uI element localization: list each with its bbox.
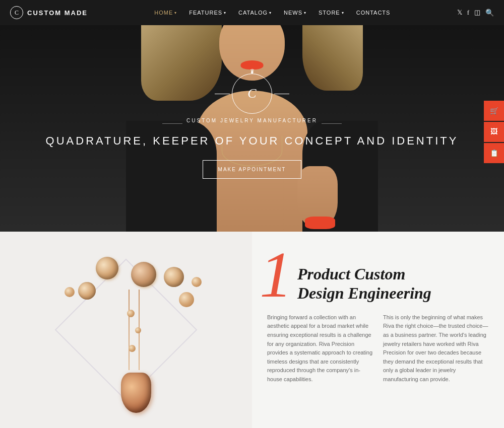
emblem-crown-icon: ♛	[250, 68, 255, 74]
instagram-icon[interactable]: ◫	[474, 9, 480, 17]
nav-menu: HOME ▾ FEATURES ▾ CATALOG ▾ NEWS ▾ STORE…	[149, 7, 395, 19]
hero-title: QUADRATURE, KEEPER OF YOUR CONCEPT AND I…	[46, 134, 459, 148]
gem-medium-left	[78, 282, 96, 300]
brand-logo[interactable]: C CUSTOM MADE	[10, 6, 88, 19]
lower-section: 1 Product Custom Design Engineering Brin…	[0, 232, 504, 428]
chevron-down-icon: ▾	[224, 11, 226, 15]
chevron-down-icon: ▾	[342, 11, 344, 15]
twitter-icon[interactable]: 𝕏	[457, 9, 462, 17]
pendant-gem	[121, 373, 151, 413]
social-links: 𝕏 f ◫ 🔍	[457, 9, 494, 17]
hero-subtitle: CUSTOM JEWELRY MANUFACTURER	[186, 118, 318, 123]
make-appointment-button[interactable]: MAKE APPOINTMENT	[203, 160, 302, 179]
gem-tiny-2	[65, 287, 75, 297]
section-para-1: Bringing forward a collection with an ae…	[267, 313, 373, 384]
chevron-down-icon: ▾	[269, 11, 272, 15]
brand-icon: C	[10, 6, 23, 19]
compare-button[interactable]: 📋	[484, 143, 504, 163]
gem-large-left	[96, 257, 118, 279]
chevron-down-icon: ▾	[304, 11, 306, 15]
nav-home[interactable]: HOME ▾	[149, 7, 182, 19]
chevron-down-icon: ▾	[174, 11, 177, 15]
hero-content: ♛ C CUSTOM JEWELRY MANUFACTURER QUADRATU…	[0, 0, 504, 232]
clipboard-icon: 📋	[490, 149, 498, 158]
content-panel: 1 Product Custom Design Engineering Brin…	[252, 232, 504, 428]
cart-button[interactable]: 🛒	[484, 101, 504, 121]
chain-gem-2	[135, 327, 141, 333]
emblem-decoration-left	[215, 94, 230, 94]
nav-features[interactable]: FEATURES ▾	[184, 7, 231, 19]
side-action-panel: 🛒 🖼 📋	[484, 101, 504, 164]
wishlist-button[interactable]: 🖼	[484, 122, 504, 142]
hero-emblem: ♛ C	[232, 74, 272, 114]
nav-catalog[interactable]: CATALOG ▾	[233, 7, 277, 19]
navbar: C CUSTOM MADE HOME ▾ FEATURES ▾ CATALOG …	[0, 0, 504, 25]
facebook-icon[interactable]: f	[467, 9, 469, 17]
chain-segment-2	[129, 290, 130, 370]
product-image-panel	[0, 232, 252, 428]
emblem-decoration-right	[274, 94, 289, 94]
gem-tiny-1	[192, 277, 202, 287]
gem-medium-right	[164, 267, 184, 287]
hero-section: ♛ C CUSTOM JEWELRY MANUFACTURER QUADRATU…	[0, 0, 504, 232]
nav-store[interactable]: STORE ▾	[313, 7, 349, 19]
nav-news[interactable]: NEWS ▾	[279, 7, 311, 19]
section-para-2: This is only the beginning of what makes…	[383, 313, 489, 384]
image-icon: 🖼	[490, 128, 497, 136]
section-heading: Product Custom Design Engineering	[267, 252, 489, 303]
section-body: Bringing forward a collection with an ae…	[267, 313, 489, 384]
brand-name: CUSTOM MADE	[27, 9, 88, 17]
gem-large-center	[131, 262, 156, 287]
chain-gem-1	[127, 310, 135, 317]
chain-gem-3	[129, 345, 136, 352]
nav-contacts[interactable]: CONTACTS	[351, 7, 396, 19]
section-title: Product Custom Design Engineering	[297, 264, 489, 303]
search-icon[interactable]: 🔍	[485, 9, 494, 17]
gem-small-right	[179, 292, 194, 307]
necklace-product-image	[30, 242, 207, 423]
cart-icon: 🛒	[490, 107, 498, 115]
